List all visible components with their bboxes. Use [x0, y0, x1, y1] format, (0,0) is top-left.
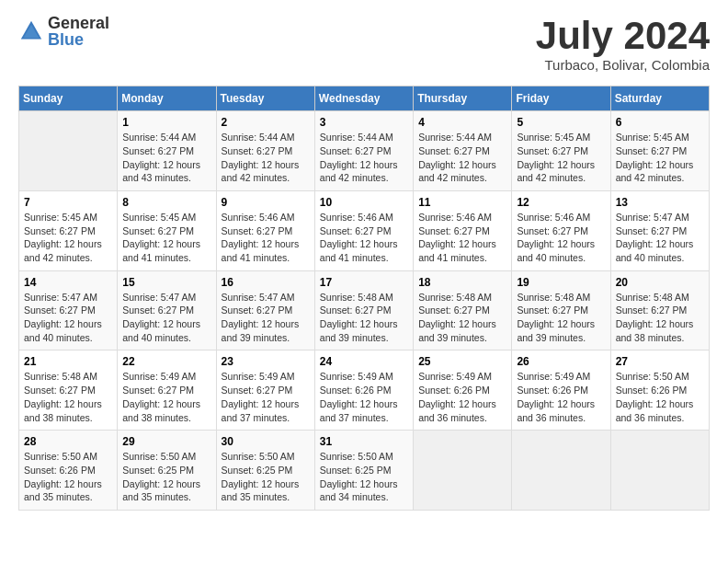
calendar-cell: 14Sunrise: 5:47 AM Sunset: 6:27 PM Dayli…: [19, 270, 118, 350]
day-number: 20: [616, 276, 704, 289]
day-number: 26: [517, 355, 605, 368]
day-info: Sunrise: 5:45 AM Sunset: 6:27 PM Dayligh…: [122, 211, 210, 265]
calendar-cell: 8Sunrise: 5:45 AM Sunset: 6:27 PM Daylig…: [118, 190, 216, 270]
day-number: 15: [122, 276, 210, 289]
title-block: July 2024 Turbaco, Bolivar, Colombia: [536, 15, 710, 73]
location: Turbaco, Bolivar, Colombia: [536, 57, 710, 73]
header-row: SundayMondayTuesdayWednesdayThursdayFrid…: [19, 86, 710, 111]
day-number: 3: [320, 116, 408, 129]
day-info: Sunrise: 5:45 AM Sunset: 6:27 PM Dayligh…: [616, 131, 704, 185]
day-number: 4: [418, 116, 506, 129]
day-info: Sunrise: 5:46 AM Sunset: 6:27 PM Dayligh…: [517, 211, 605, 265]
calendar-table: SundayMondayTuesdayWednesdayThursdayFrid…: [18, 86, 710, 511]
day-number: 19: [517, 276, 605, 289]
calendar-cell: 24Sunrise: 5:49 AM Sunset: 6:26 PM Dayli…: [314, 350, 413, 431]
logo: General Blue: [18, 15, 109, 48]
day-info: Sunrise: 5:46 AM Sunset: 6:27 PM Dayligh…: [418, 211, 506, 265]
day-number: 10: [320, 196, 408, 209]
day-number: 25: [418, 355, 506, 368]
page: General Blue July 2024 Turbaco, Bolivar,…: [0, 0, 728, 525]
day-info: Sunrise: 5:45 AM Sunset: 6:27 PM Dayligh…: [517, 131, 605, 185]
calendar-cell: 30Sunrise: 5:50 AM Sunset: 6:25 PM Dayli…: [216, 431, 314, 511]
day-info: Sunrise: 5:50 AM Sunset: 6:26 PM Dayligh…: [616, 370, 704, 424]
week-row-2: 7Sunrise: 5:45 AM Sunset: 6:27 PM Daylig…: [19, 190, 710, 270]
calendar-cell: 16Sunrise: 5:47 AM Sunset: 6:27 PM Dayli…: [216, 270, 314, 350]
calendar-cell: [512, 431, 610, 511]
day-info: Sunrise: 5:49 AM Sunset: 6:26 PM Dayligh…: [418, 370, 506, 424]
day-info: Sunrise: 5:50 AM Sunset: 6:25 PM Dayligh…: [222, 450, 310, 504]
day-number: 6: [616, 116, 704, 129]
day-info: Sunrise: 5:47 AM Sunset: 6:27 PM Dayligh…: [122, 291, 210, 345]
day-number: 24: [320, 355, 408, 368]
day-info: Sunrise: 5:48 AM Sunset: 6:27 PM Dayligh…: [320, 291, 408, 345]
calendar-cell: 21Sunrise: 5:48 AM Sunset: 6:27 PM Dayli…: [19, 350, 118, 431]
day-number: 2: [222, 116, 310, 129]
day-number: 18: [418, 276, 506, 289]
header-cell-monday: Monday: [118, 86, 216, 111]
day-info: Sunrise: 5:50 AM Sunset: 6:25 PM Dayligh…: [122, 450, 210, 504]
day-info: Sunrise: 5:48 AM Sunset: 6:27 PM Dayligh…: [616, 291, 704, 345]
day-info: Sunrise: 5:49 AM Sunset: 6:26 PM Dayligh…: [517, 370, 605, 424]
week-row-5: 28Sunrise: 5:50 AM Sunset: 6:26 PM Dayli…: [19, 431, 710, 511]
header-cell-sunday: Sunday: [19, 86, 118, 111]
day-number: 11: [418, 196, 506, 209]
header-cell-saturday: Saturday: [610, 86, 709, 111]
calendar-cell: 31Sunrise: 5:50 AM Sunset: 6:25 PM Dayli…: [314, 431, 413, 511]
calendar-cell: 12Sunrise: 5:46 AM Sunset: 6:27 PM Dayli…: [512, 190, 610, 270]
day-number: 12: [517, 196, 605, 209]
day-info: Sunrise: 5:50 AM Sunset: 6:25 PM Dayligh…: [320, 450, 408, 504]
day-info: Sunrise: 5:48 AM Sunset: 6:27 PM Dayligh…: [24, 370, 112, 424]
header-cell-tuesday: Tuesday: [216, 86, 314, 111]
calendar-cell: 26Sunrise: 5:49 AM Sunset: 6:26 PM Dayli…: [512, 350, 610, 431]
day-number: 8: [122, 196, 210, 209]
calendar-cell: 5Sunrise: 5:45 AM Sunset: 6:27 PM Daylig…: [512, 111, 610, 191]
day-info: Sunrise: 5:46 AM Sunset: 6:27 PM Dayligh…: [320, 211, 408, 265]
day-info: Sunrise: 5:49 AM Sunset: 6:27 PM Dayligh…: [122, 370, 210, 424]
calendar-cell: 10Sunrise: 5:46 AM Sunset: 6:27 PM Dayli…: [314, 190, 413, 270]
calendar-cell: 9Sunrise: 5:46 AM Sunset: 6:27 PM Daylig…: [216, 190, 314, 270]
day-info: Sunrise: 5:47 AM Sunset: 6:27 PM Dayligh…: [24, 291, 112, 345]
calendar-cell: 20Sunrise: 5:48 AM Sunset: 6:27 PM Dayli…: [610, 270, 709, 350]
calendar-cell: [610, 431, 709, 511]
calendar-cell: 27Sunrise: 5:50 AM Sunset: 6:26 PM Dayli…: [610, 350, 709, 431]
calendar-cell: [19, 111, 118, 191]
calendar-cell: 18Sunrise: 5:48 AM Sunset: 6:27 PM Dayli…: [414, 270, 512, 350]
header: General Blue July 2024 Turbaco, Bolivar,…: [18, 15, 710, 73]
day-number: 1: [122, 116, 210, 129]
day-info: Sunrise: 5:49 AM Sunset: 6:27 PM Dayligh…: [222, 370, 310, 424]
day-number: 22: [122, 355, 210, 368]
day-info: Sunrise: 5:47 AM Sunset: 6:27 PM Dayligh…: [616, 211, 704, 265]
calendar-cell: [414, 431, 512, 511]
calendar-cell: 19Sunrise: 5:48 AM Sunset: 6:27 PM Dayli…: [512, 270, 610, 350]
day-number: 23: [222, 355, 310, 368]
calendar-cell: 17Sunrise: 5:48 AM Sunset: 6:27 PM Dayli…: [314, 270, 413, 350]
month-title: July 2024: [536, 15, 710, 57]
calendar-cell: 6Sunrise: 5:45 AM Sunset: 6:27 PM Daylig…: [610, 111, 709, 191]
calendar-cell: 1Sunrise: 5:44 AM Sunset: 6:27 PM Daylig…: [118, 111, 216, 191]
logo-blue-text: Blue: [48, 31, 109, 48]
header-cell-friday: Friday: [512, 86, 610, 111]
day-number: 5: [517, 116, 605, 129]
day-number: 7: [24, 196, 112, 209]
calendar-cell: 3Sunrise: 5:44 AM Sunset: 6:27 PM Daylig…: [314, 111, 413, 191]
day-info: Sunrise: 5:49 AM Sunset: 6:26 PM Dayligh…: [320, 370, 408, 424]
day-info: Sunrise: 5:50 AM Sunset: 6:26 PM Dayligh…: [24, 450, 112, 504]
calendar-cell: 13Sunrise: 5:47 AM Sunset: 6:27 PM Dayli…: [610, 190, 709, 270]
calendar-cell: 29Sunrise: 5:50 AM Sunset: 6:25 PM Dayli…: [118, 431, 216, 511]
day-number: 14: [24, 276, 112, 289]
day-number: 9: [222, 196, 310, 209]
day-info: Sunrise: 5:44 AM Sunset: 6:27 PM Dayligh…: [418, 131, 506, 185]
calendar-cell: 4Sunrise: 5:44 AM Sunset: 6:27 PM Daylig…: [414, 111, 512, 191]
day-number: 28: [24, 435, 112, 448]
calendar-cell: 25Sunrise: 5:49 AM Sunset: 6:26 PM Dayli…: [414, 350, 512, 431]
day-info: Sunrise: 5:44 AM Sunset: 6:27 PM Dayligh…: [320, 131, 408, 185]
day-number: 13: [616, 196, 704, 209]
week-row-4: 21Sunrise: 5:48 AM Sunset: 6:27 PM Dayli…: [19, 350, 710, 431]
calendar-cell: 7Sunrise: 5:45 AM Sunset: 6:27 PM Daylig…: [19, 190, 118, 270]
day-info: Sunrise: 5:44 AM Sunset: 6:27 PM Dayligh…: [122, 131, 210, 185]
calendar-cell: 11Sunrise: 5:46 AM Sunset: 6:27 PM Dayli…: [414, 190, 512, 270]
day-info: Sunrise: 5:44 AM Sunset: 6:27 PM Dayligh…: [222, 131, 310, 185]
logo-icon: [18, 18, 44, 44]
calendar-cell: 22Sunrise: 5:49 AM Sunset: 6:27 PM Dayli…: [118, 350, 216, 431]
calendar-cell: 28Sunrise: 5:50 AM Sunset: 6:26 PM Dayli…: [19, 431, 118, 511]
